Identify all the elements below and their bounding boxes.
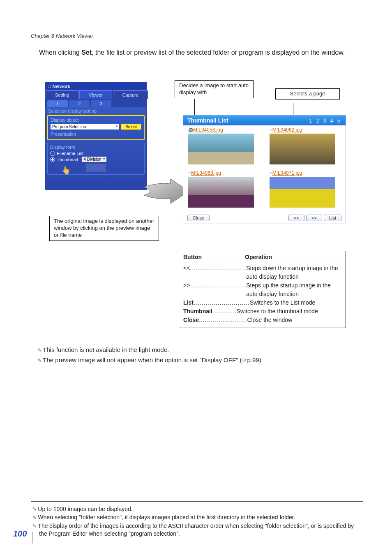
note-1: This function is not available in the li… — [35, 345, 363, 355]
radio-dot-icon — [50, 157, 55, 162]
display-form-label: Display form — [50, 145, 142, 150]
subtab-1[interactable]: 1 — [47, 100, 68, 107]
thumb-cell-2: MIL34062.jpg — [265, 125, 346, 169]
note-2: The preview image will not appear when t… — [35, 356, 363, 365]
filename-link-4[interactable]: MIL34071.jpg — [270, 170, 346, 176]
op-key-0: << — [183, 264, 190, 281]
intro-bold: Set — [81, 49, 92, 56]
page-1[interactable]: 1 — [309, 118, 312, 124]
intro-post: , the file list or preview list of the s… — [92, 49, 345, 56]
presentation-label: Presentation — [51, 132, 141, 136]
prev-button[interactable]: << — [288, 215, 304, 221]
op-key-3: Thumbnail — [183, 307, 212, 316]
dots: ............................ — [194, 298, 250, 307]
section-label: Selection display setting — [46, 107, 146, 115]
filename-link-3[interactable]: MIL34068.jpg — [188, 170, 265, 176]
tab-capture[interactable]: Capture — [113, 90, 148, 99]
op-key-4: Close — [183, 316, 199, 324]
filename-link-2[interactable]: MIL34062.jpg — [270, 127, 346, 133]
footnote-2: When selecting "folder selection", it di… — [39, 513, 363, 522]
dots: ............................ — [190, 264, 246, 281]
division-dropdown[interactable]: 4 Division — [82, 157, 106, 162]
op-desc-3: Switches to the thumbnail mode — [236, 307, 341, 316]
op-body: <<............................Steps down… — [179, 263, 346, 328]
set-button[interactable] — [86, 164, 106, 172]
op-desc-4: Close the window — [247, 316, 341, 324]
thumbnail-label: Thumbnail — [57, 157, 78, 162]
footnotes: Up to 1000 images can be displayed. When… — [31, 501, 363, 539]
display-object-label: Display object — [51, 118, 141, 123]
dots: ............................ — [190, 281, 246, 298]
leader-line-2 — [293, 103, 293, 117]
radio-empty-icon — [50, 151, 55, 156]
panel-title: :: Network — [46, 83, 146, 90]
filename-list-label: Filename List — [57, 151, 83, 156]
subtab-2[interactable]: 2 — [69, 100, 90, 107]
thumb-image-3[interactable] — [188, 177, 254, 208]
display-object-box: Display object Program Selection Select … — [47, 115, 145, 140]
chapter-header: Chapter 6 Network Viewer — [31, 33, 363, 40]
thumbnail-list-panel: Thumbnail List 1 2 3 4 5 MIL34058.jpg MI… — [183, 115, 346, 224]
page-4[interactable]: 4 — [330, 118, 333, 124]
close-button[interactable]: Close — [187, 215, 210, 221]
op-head-button: Button — [179, 251, 241, 263]
callout-original-image: The original image is displayed on anoth… — [49, 216, 159, 241]
subtab-3[interactable]: 3 — [91, 100, 111, 107]
footnote-3: The display order of the images is accor… — [39, 522, 363, 538]
thumb-image-1[interactable] — [188, 134, 254, 164]
thumb-image-2[interactable] — [270, 134, 335, 164]
network-panel: :: Network Setting Viewer Capture 1 2 3 … — [45, 82, 147, 190]
thumb-image-4[interactable] — [270, 177, 335, 208]
page-number-bar — [32, 532, 32, 543]
arrow-icon — [142, 179, 189, 208]
tab-viewer[interactable]: Viewer — [79, 90, 112, 99]
op-desc-1: Steps up the startup image in the auto d… — [246, 281, 341, 298]
program-selection-dropdown[interactable]: Program Selection — [51, 124, 119, 130]
filename-link-1[interactable]: MIL34058.jpg — [188, 127, 265, 133]
radio-filename-list[interactable]: Filename List — [50, 151, 142, 156]
page-number: 100 — [13, 529, 27, 539]
op-key-1: >> — [183, 281, 190, 298]
thumb-cell-1: MIL34058.jpg — [183, 125, 265, 169]
thumbnail-list-title: Thumbnail List — [187, 117, 228, 124]
page-3[interactable]: 3 — [323, 118, 326, 124]
page-5[interactable]: 5 — [337, 118, 340, 124]
notes: This function is not available in the li… — [31, 345, 363, 365]
display-form-box: Display form Filename List Thumbnail 4 D… — [47, 143, 145, 175]
list-button[interactable]: List — [324, 215, 341, 221]
select-button[interactable]: Select — [121, 124, 141, 130]
op-head-operation: Operation — [241, 251, 346, 263]
dots: ........................ — [199, 316, 247, 324]
page-links: 1 2 3 4 5 — [308, 117, 341, 124]
op-desc-2: Switches to the List mode — [250, 298, 341, 307]
dots: ............ — [212, 307, 237, 316]
thumb-cell-4: MIL34071.jpg — [265, 169, 346, 212]
leader-line-1 — [194, 99, 195, 117]
operation-table: Button Operation <<.....................… — [179, 251, 346, 328]
intro-text: When clicking Set, the file list or prev… — [31, 48, 363, 58]
op-desc-0: Steps down the startup image in the auto… — [246, 264, 341, 281]
op-key-2: List — [183, 298, 194, 307]
next-button[interactable]: >> — [306, 215, 322, 221]
panel-title-text: Network — [52, 84, 70, 89]
tab-setting[interactable]: Setting — [46, 90, 78, 99]
cursor-icon: 👆 — [62, 166, 70, 175]
page-2[interactable]: 2 — [316, 118, 319, 124]
callout-select-page: Selects a page — [275, 88, 340, 99]
callout-start-image: Decides a image to start auto display wi… — [175, 80, 254, 98]
intro-pre: When clicking — [39, 49, 81, 56]
footnote-1: Up to 1000 images can be displayed. — [39, 505, 363, 513]
radio-thumbnail[interactable]: Thumbnail 4 Division — [50, 157, 142, 162]
thumb-cell-3: MIL34068.jpg — [183, 169, 265, 212]
